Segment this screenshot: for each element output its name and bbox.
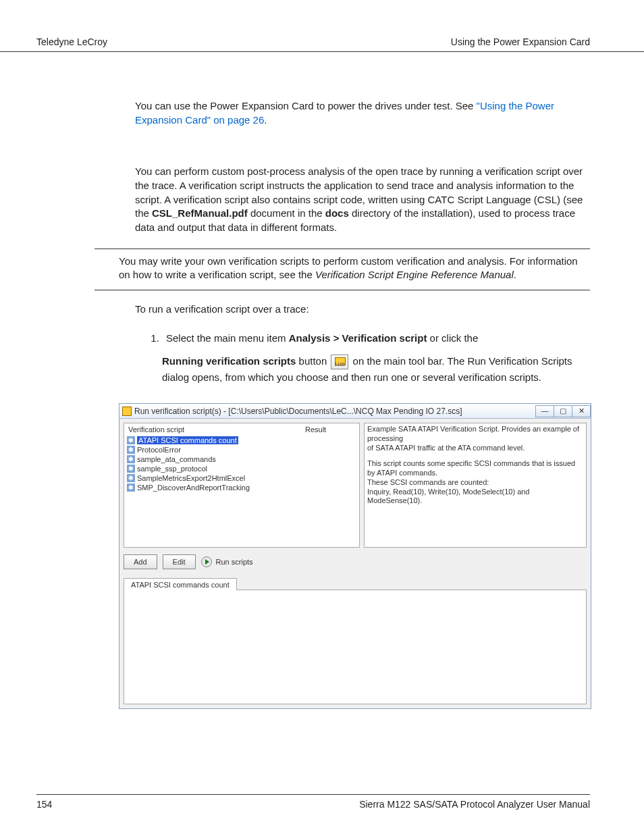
step-1: Select the main menu item Analysis > Ver… xyxy=(162,330,590,346)
text: You can use the Power Expansion Card to … xyxy=(135,100,477,111)
script-icon: ✱ xyxy=(127,484,135,492)
desc-line: These SCSI commands are counted: xyxy=(367,478,583,488)
script-item[interactable]: ✱sample_ssp_protocol xyxy=(127,464,356,473)
maximize-button[interactable]: ▢ xyxy=(554,405,572,417)
manual-title: Verification Script Engine Reference Man… xyxy=(315,269,514,280)
desc-line: This script counts some specific SCSI co… xyxy=(367,459,583,478)
app-icon xyxy=(122,407,132,416)
verification-script-icon xyxy=(331,355,348,369)
script-list[interactable]: ✱ATAPI SCSI commands count ✱ProtocolErro… xyxy=(127,436,356,492)
text: button xyxy=(296,355,329,367)
manual-title-footer: Sierra M122 SAS/SATA Protocol Analyzer U… xyxy=(359,799,590,810)
col-header-result[interactable]: Result xyxy=(305,425,326,434)
edit-button[interactable]: Edit xyxy=(163,554,196,569)
note-block: You may write your own verification scri… xyxy=(95,249,590,291)
output-tab[interactable]: ATAPI SCSI commands count xyxy=(124,578,237,590)
folder-docs: docs xyxy=(325,207,349,219)
script-item[interactable]: ✱SampleMetricsExport2HtmlExcel xyxy=(127,473,356,483)
script-label: SampleMetricsExport2HtmlExcel xyxy=(137,474,245,482)
page-header: Teledyne LeCroy Using the Power Expansio… xyxy=(0,0,644,52)
title-bar: Run verification script(s) - [C:\Users\P… xyxy=(119,404,591,419)
desc-line: Inquiry, Read(10), Write(10), ModeSelect… xyxy=(367,488,583,506)
text: . xyxy=(264,114,267,126)
window-controls: — ▢ ✕ xyxy=(536,405,591,417)
dialog-body: Verification script Result ✱ATAPI SCSI c… xyxy=(119,419,591,708)
desc-line: of SATA ATAPI traffic at the ATA command… xyxy=(367,444,583,453)
text: document in the xyxy=(248,207,325,219)
header-right: Using the Power Expansion Card xyxy=(451,36,590,47)
paragraph-run-intro: To run a verification script over a trac… xyxy=(135,303,590,317)
script-item[interactable]: ✱ProtocolError xyxy=(127,445,356,454)
filename-csl-ref: CSL_RefManual.pdf xyxy=(152,207,248,219)
script-icon: ✱ xyxy=(127,455,135,463)
add-button[interactable]: Add xyxy=(124,554,157,569)
dialog-figure: Run verification script(s) - [C:\Users\P… xyxy=(119,403,591,709)
script-label: ProtocolError xyxy=(137,446,181,454)
menu-path: Analysis > Verification script xyxy=(289,332,427,344)
step-1-body: Running verification scripts button on t… xyxy=(162,353,590,386)
page-number: 154 xyxy=(36,799,52,810)
script-list-box: Verification script Result ✱ATAPI SCSI c… xyxy=(124,423,360,548)
script-icon: ✱ xyxy=(127,446,135,454)
script-label: ATAPI SCSI commands count xyxy=(137,436,238,444)
script-label: SMP_DiscoverAndReportTracking xyxy=(137,484,250,492)
page-footer: 154 Sierra M122 SAS/SATA Protocol Analyz… xyxy=(36,794,590,810)
script-label: sample_ata_commands xyxy=(137,455,216,463)
minimize-button[interactable]: — xyxy=(535,405,554,417)
run-scripts-label[interactable]: Run scripts xyxy=(216,558,253,566)
text: . xyxy=(514,269,516,280)
col-header-script[interactable]: Verification script xyxy=(128,425,305,434)
page-content: You can use the Power Expansion Card to … xyxy=(0,52,644,709)
output-pane xyxy=(124,590,587,704)
text: Select the main menu item xyxy=(166,332,289,344)
script-label: sample_ssp_protocol xyxy=(137,465,207,473)
desc-line: Example SATA ATAPI Verification Script. … xyxy=(367,425,583,444)
play-icon[interactable] xyxy=(201,556,212,567)
button-row: Add Edit Run scripts xyxy=(124,554,587,569)
button-name: Running verification scripts xyxy=(162,355,296,367)
header-left: Teledyne LeCroy xyxy=(36,36,107,47)
script-icon: ✱ xyxy=(127,474,135,482)
script-item[interactable]: ✱ATAPI SCSI commands count xyxy=(127,436,356,445)
paragraph-verification-intro: You can perform custom post-process anal… xyxy=(135,165,590,234)
paragraph-power-card: You can use the Power Expansion Card to … xyxy=(135,99,590,127)
tab-strip: ATAPI SCSI commands count xyxy=(124,577,587,704)
script-icon: ✱ xyxy=(127,465,135,473)
description-box: Example SATA ATAPI Verification Script. … xyxy=(364,423,587,548)
window-title: Run verification script(s) - [C:\Users\P… xyxy=(134,407,462,416)
script-icon: ✱ xyxy=(127,436,135,444)
script-item[interactable]: ✱SMP_DiscoverAndReportTracking xyxy=(127,483,356,492)
dialog-window: Run verification script(s) - [C:\Users\P… xyxy=(119,403,591,709)
script-item[interactable]: ✱sample_ata_commands xyxy=(127,454,356,464)
text: or click the xyxy=(427,332,478,344)
close-button[interactable]: ✕ xyxy=(572,405,591,417)
step-list: Select the main menu item Analysis > Ver… xyxy=(162,330,590,346)
